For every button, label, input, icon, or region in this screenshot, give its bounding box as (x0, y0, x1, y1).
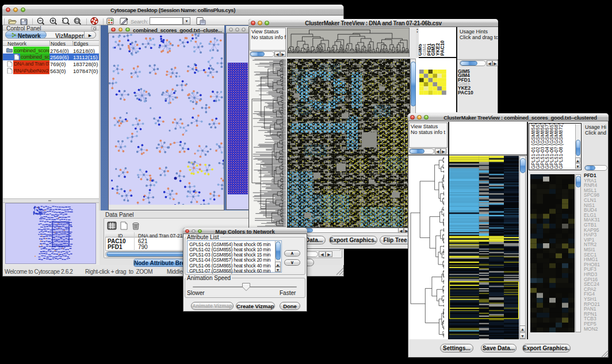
svg-text:PAC10: PAC10 (439, 40, 445, 56)
svg-text:GPL51-08 (GSM872): GPL51-08 (GSM872) (558, 124, 564, 169)
svg-text:MON2: MON2 (584, 326, 598, 332)
